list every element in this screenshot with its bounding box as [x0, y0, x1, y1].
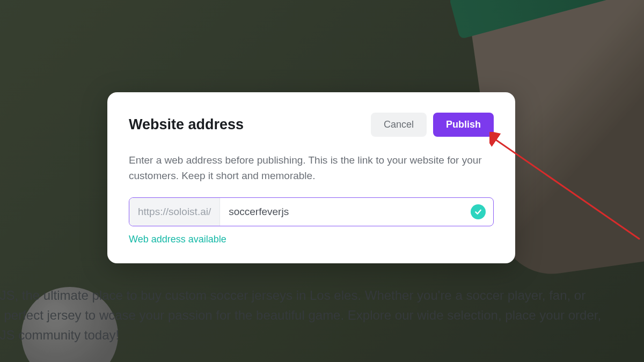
- dialog-header: Website address Cancel Publish: [129, 113, 494, 137]
- url-prefix-label: https://soloist.ai/: [129, 198, 220, 226]
- website-address-dialog: Website address Cancel Publish Enter a w…: [107, 92, 515, 263]
- availability-status: Web address available: [129, 234, 494, 245]
- checkmark-icon: [471, 204, 486, 219]
- dialog-actions: Cancel Publish: [371, 113, 494, 137]
- url-input-group: https://soloist.ai/: [129, 197, 494, 226]
- dialog-description: Enter a web address before publishing. T…: [129, 153, 494, 183]
- dialog-title: Website address: [129, 116, 244, 133]
- cancel-button[interactable]: Cancel: [371, 113, 427, 137]
- url-slug-input[interactable]: [220, 198, 471, 226]
- publish-button[interactable]: Publish: [433, 113, 494, 137]
